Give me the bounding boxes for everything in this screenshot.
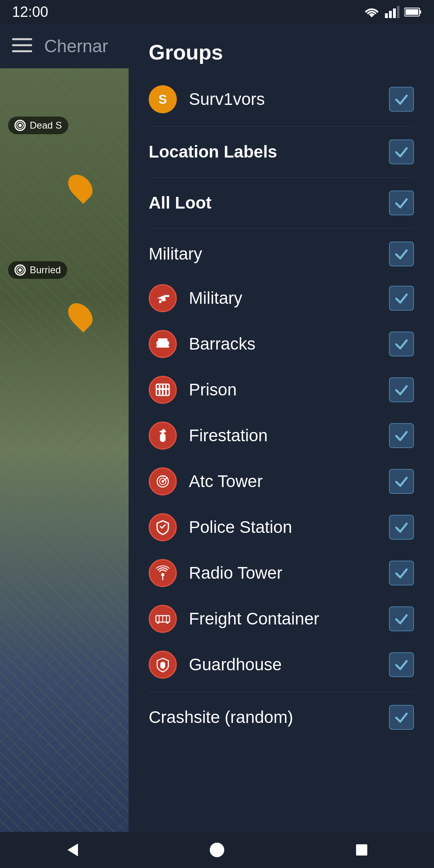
list-item[interactable]: Guardhouse xyxy=(129,642,434,688)
svg-rect-6 xyxy=(405,9,418,15)
battery-icon xyxy=(404,7,422,17)
map-area[interactable]: Dead S Burried xyxy=(0,68,149,832)
military-checkbox[interactable] xyxy=(389,286,414,311)
wifi-icon xyxy=(363,6,380,18)
svg-rect-1 xyxy=(389,11,392,18)
svg-rect-37 xyxy=(166,622,168,624)
location-labels-label: Location Labels xyxy=(149,142,377,162)
status-time: 12:00 xyxy=(12,4,48,20)
svg-rect-23 xyxy=(160,433,166,442)
list-item[interactable]: Firestation xyxy=(129,413,434,459)
guardhouse-icon xyxy=(149,651,177,679)
map-label-dead: Dead S xyxy=(8,117,68,134)
drawer-panel[interactable]: Groups S Surv1vors Location Labels All L… xyxy=(129,24,434,832)
map-label-dead-text: Dead S xyxy=(30,120,62,131)
svg-rect-5 xyxy=(420,10,421,14)
list-item[interactable]: Barracks xyxy=(129,321,434,367)
atc-tower-checkbox[interactable] xyxy=(389,469,414,494)
crashsite-section[interactable]: Crashsite (random) xyxy=(129,696,434,739)
app-title: Chernar xyxy=(44,36,108,56)
svg-rect-2 xyxy=(393,8,396,18)
prison-icon xyxy=(149,376,177,404)
surv1vors-label: Surv1vors xyxy=(189,90,377,109)
svg-point-13 xyxy=(18,268,22,272)
list-item[interactable]: All Loot xyxy=(129,182,434,224)
guardhouse-checkbox[interactable] xyxy=(389,652,414,677)
map-content: Dead S Burried xyxy=(0,68,149,832)
divider-1 xyxy=(149,126,414,127)
svg-rect-17 xyxy=(158,338,168,340)
police-station-checkbox[interactable] xyxy=(389,515,414,540)
list-item[interactable]: Prison xyxy=(129,367,434,413)
military-section-header[interactable]: Military xyxy=(129,233,434,275)
military-section-checkbox[interactable] xyxy=(389,242,414,266)
list-item[interactable]: Military xyxy=(129,275,434,321)
all-loot-label: All Loot xyxy=(149,193,377,213)
svg-rect-40 xyxy=(356,844,367,856)
list-item[interactable]: Radio Tower xyxy=(129,550,434,596)
barracks-checkbox[interactable] xyxy=(389,332,414,356)
radio-tower-label: Radio Tower xyxy=(189,563,377,583)
firestation-icon xyxy=(149,422,177,450)
signal-icon xyxy=(385,6,399,18)
svg-rect-22 xyxy=(156,388,169,390)
map-background: Chernar Dead S xyxy=(0,0,149,868)
freight-container-label: Freight Container xyxy=(189,609,377,628)
svg-rect-8 xyxy=(12,44,32,46)
military-section-label: Military xyxy=(149,244,377,264)
prison-checkbox[interactable] xyxy=(389,377,414,402)
camera-icon xyxy=(14,120,26,131)
list-item[interactable]: Police Station xyxy=(129,504,434,550)
divider-4 xyxy=(149,692,414,692)
camera-icon-2 xyxy=(14,264,26,276)
app-header: Chernar xyxy=(0,24,149,68)
firestation-label: Firestation xyxy=(189,426,377,445)
navigation-bar xyxy=(0,832,434,868)
divider-2 xyxy=(149,177,414,178)
atc-tower-icon xyxy=(149,467,177,495)
back-button[interactable] xyxy=(63,841,81,859)
svg-rect-14 xyxy=(165,295,169,297)
svg-rect-9 xyxy=(12,50,32,52)
all-loot-checkbox[interactable] xyxy=(389,190,414,215)
svg-point-11 xyxy=(18,124,22,127)
list-item[interactable]: Freight Container xyxy=(129,596,434,642)
recent-apps-button[interactable] xyxy=(353,841,371,859)
list-item[interactable]: Atc Tower xyxy=(129,459,434,504)
atc-tower-label: Atc Tower xyxy=(189,472,377,491)
svg-rect-16 xyxy=(156,346,169,348)
status-bar: 12:00 xyxy=(0,0,434,24)
barracks-label: Barracks xyxy=(189,334,377,354)
surv1vors-avatar: S xyxy=(149,85,177,113)
svg-rect-0 xyxy=(385,13,388,18)
radio-tower-icon xyxy=(149,559,177,587)
military-icon xyxy=(149,284,177,312)
crashsite-label: Crashsite (random) xyxy=(149,708,377,727)
freight-container-icon xyxy=(149,605,177,633)
barracks-icon xyxy=(149,330,177,358)
drawer-header: Groups xyxy=(129,24,434,76)
surv1vors-checkbox[interactable] xyxy=(389,87,414,112)
svg-rect-7 xyxy=(12,38,32,40)
hamburger-icon[interactable] xyxy=(12,38,32,54)
list-item[interactable]: Location Labels xyxy=(129,131,434,173)
radio-tower-checkbox[interactable] xyxy=(389,561,414,585)
list-item[interactable]: S Surv1vors xyxy=(129,76,434,122)
surv1vors-letter: S xyxy=(158,92,167,107)
map-label-burried: Burried xyxy=(8,261,67,279)
military-label: Military xyxy=(189,289,377,308)
location-labels-checkbox[interactable] xyxy=(389,139,414,164)
status-icons xyxy=(363,6,422,18)
police-station-label: Police Station xyxy=(189,518,377,537)
home-button[interactable] xyxy=(208,841,226,859)
map-label-burried-text: Burried xyxy=(30,264,61,276)
crashsite-checkbox[interactable] xyxy=(389,705,414,730)
svg-rect-25 xyxy=(160,431,166,432)
firestation-checkbox[interactable] xyxy=(389,423,414,448)
divider-3 xyxy=(149,228,414,229)
police-station-icon xyxy=(149,513,177,541)
freight-container-checkbox[interactable] xyxy=(389,606,414,631)
svg-rect-36 xyxy=(157,622,159,624)
svg-point-39 xyxy=(210,843,224,857)
svg-point-30 xyxy=(161,573,164,576)
